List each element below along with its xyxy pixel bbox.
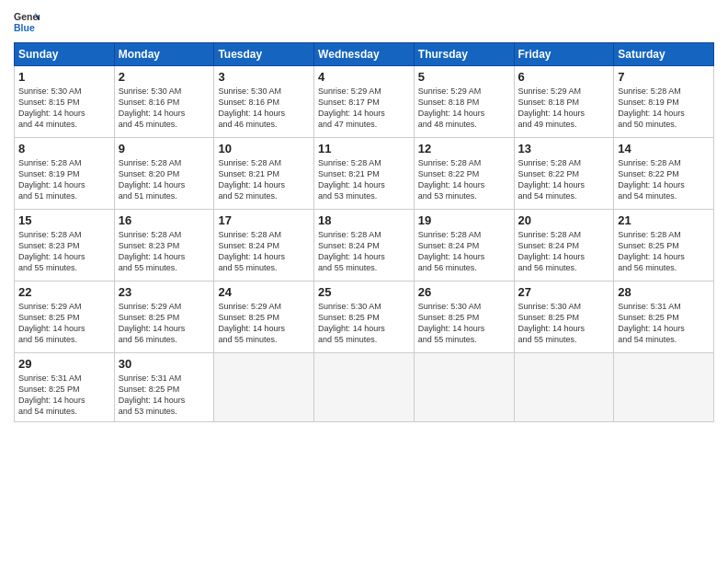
day-info: Sunrise: 5:28 AM Sunset: 8:22 PM Dayligh… bbox=[518, 157, 610, 202]
day-number: 6 bbox=[518, 70, 610, 84]
calendar-cell: 7Sunrise: 5:28 AM Sunset: 8:19 PM Daylig… bbox=[614, 66, 714, 138]
calendar-cell: 28Sunrise: 5:31 AM Sunset: 8:25 PM Dayli… bbox=[614, 282, 714, 353]
day-number: 26 bbox=[418, 285, 510, 299]
calendar-cell: 19Sunrise: 5:28 AM Sunset: 8:24 PM Dayli… bbox=[414, 210, 514, 282]
calendar-cell: 22Sunrise: 5:29 AM Sunset: 8:25 PM Dayli… bbox=[15, 282, 115, 353]
day-info: Sunrise: 5:28 AM Sunset: 8:25 PM Dayligh… bbox=[618, 229, 710, 274]
day-number: 5 bbox=[418, 70, 510, 84]
calendar-cell: 27Sunrise: 5:30 AM Sunset: 8:25 PM Dayli… bbox=[514, 282, 614, 353]
header-cell-wednesday: Wednesday bbox=[314, 43, 415, 66]
day-number: 8 bbox=[18, 142, 110, 155]
day-number: 13 bbox=[518, 142, 610, 155]
day-info: Sunrise: 5:31 AM Sunset: 8:25 PM Dayligh… bbox=[119, 373, 210, 418]
day-info: Sunrise: 5:28 AM Sunset: 8:24 PM Dayligh… bbox=[418, 229, 510, 274]
day-info: Sunrise: 5:31 AM Sunset: 8:25 PM Dayligh… bbox=[618, 301, 710, 346]
calendar-cell: 21Sunrise: 5:28 AM Sunset: 8:25 PM Dayli… bbox=[614, 210, 714, 282]
day-info: Sunrise: 5:28 AM Sunset: 8:21 PM Dayligh… bbox=[218, 157, 310, 202]
header-cell-tuesday: Tuesday bbox=[214, 43, 314, 66]
calendar-cell: 10Sunrise: 5:28 AM Sunset: 8:21 PM Dayli… bbox=[214, 138, 314, 210]
day-number: 20 bbox=[518, 213, 610, 227]
calendar-cell: 5Sunrise: 5:29 AM Sunset: 8:18 PM Daylig… bbox=[414, 66, 514, 138]
day-info: Sunrise: 5:28 AM Sunset: 8:19 PM Dayligh… bbox=[18, 157, 110, 202]
calendar-cell bbox=[214, 353, 314, 422]
header-row: SundayMondayTuesdayWednesdayThursdayFrid… bbox=[15, 43, 714, 66]
day-number: 12 bbox=[418, 142, 510, 155]
calendar-cell: 17Sunrise: 5:28 AM Sunset: 8:24 PM Dayli… bbox=[214, 210, 314, 282]
day-number: 18 bbox=[318, 213, 410, 227]
day-info: Sunrise: 5:28 AM Sunset: 8:24 PM Dayligh… bbox=[318, 229, 410, 274]
calendar-week-1: 1Sunrise: 5:30 AM Sunset: 8:15 PM Daylig… bbox=[15, 66, 714, 138]
day-number: 29 bbox=[18, 357, 110, 371]
svg-text:Blue: Blue bbox=[14, 22, 35, 33]
day-number: 3 bbox=[218, 70, 310, 84]
calendar-cell: 9Sunrise: 5:28 AM Sunset: 8:20 PM Daylig… bbox=[114, 138, 214, 210]
calendar-cell: 4Sunrise: 5:29 AM Sunset: 8:17 PM Daylig… bbox=[314, 66, 415, 138]
calendar-week-2: 8Sunrise: 5:28 AM Sunset: 8:19 PM Daylig… bbox=[15, 138, 714, 210]
day-number: 1 bbox=[18, 70, 110, 84]
calendar-cell bbox=[314, 353, 415, 422]
day-info: Sunrise: 5:29 AM Sunset: 8:25 PM Dayligh… bbox=[18, 301, 110, 346]
calendar-week-5: 29Sunrise: 5:31 AM Sunset: 8:25 PM Dayli… bbox=[15, 353, 714, 422]
day-number: 15 bbox=[18, 213, 110, 227]
day-info: Sunrise: 5:28 AM Sunset: 8:23 PM Dayligh… bbox=[119, 229, 210, 274]
calendar-cell: 2Sunrise: 5:30 AM Sunset: 8:16 PM Daylig… bbox=[114, 66, 214, 138]
day-number: 28 bbox=[618, 285, 710, 299]
calendar-cell: 1Sunrise: 5:30 AM Sunset: 8:15 PM Daylig… bbox=[15, 66, 115, 138]
header-cell-sunday: Sunday bbox=[15, 43, 115, 66]
day-info: Sunrise: 5:28 AM Sunset: 8:20 PM Dayligh… bbox=[119, 157, 210, 202]
calendar-cell: 3Sunrise: 5:30 AM Sunset: 8:16 PM Daylig… bbox=[214, 66, 314, 138]
day-number: 11 bbox=[318, 142, 410, 155]
day-number: 23 bbox=[119, 285, 210, 299]
day-info: Sunrise: 5:30 AM Sunset: 8:25 PM Dayligh… bbox=[418, 301, 510, 346]
calendar-cell: 11Sunrise: 5:28 AM Sunset: 8:21 PM Dayli… bbox=[314, 138, 415, 210]
day-info: Sunrise: 5:28 AM Sunset: 8:19 PM Dayligh… bbox=[618, 86, 710, 131]
calendar-cell bbox=[514, 353, 614, 422]
day-number: 2 bbox=[119, 70, 210, 84]
calendar-table: SundayMondayTuesdayWednesdayThursdayFrid… bbox=[14, 42, 714, 422]
logo: General Blue bbox=[14, 9, 40, 35]
calendar-cell: 8Sunrise: 5:28 AM Sunset: 8:19 PM Daylig… bbox=[15, 138, 115, 210]
page-container: General Blue SundayMondayTuesdayWednesda… bbox=[0, 0, 728, 431]
day-number: 19 bbox=[418, 213, 510, 227]
day-info: Sunrise: 5:28 AM Sunset: 8:22 PM Dayligh… bbox=[418, 157, 510, 202]
calendar-cell: 20Sunrise: 5:28 AM Sunset: 8:24 PM Dayli… bbox=[514, 210, 614, 282]
day-number: 24 bbox=[218, 285, 310, 299]
calendar-cell: 14Sunrise: 5:28 AM Sunset: 8:22 PM Dayli… bbox=[614, 138, 714, 210]
day-info: Sunrise: 5:28 AM Sunset: 8:24 PM Dayligh… bbox=[218, 229, 310, 274]
day-number: 21 bbox=[618, 213, 710, 227]
day-info: Sunrise: 5:28 AM Sunset: 8:22 PM Dayligh… bbox=[618, 157, 710, 202]
day-info: Sunrise: 5:29 AM Sunset: 8:25 PM Dayligh… bbox=[119, 301, 210, 346]
logo-icon: General Blue bbox=[14, 9, 40, 35]
day-number: 27 bbox=[518, 285, 610, 299]
day-info: Sunrise: 5:28 AM Sunset: 8:24 PM Dayligh… bbox=[518, 229, 610, 274]
calendar-cell bbox=[614, 353, 714, 422]
calendar-cell: 6Sunrise: 5:29 AM Sunset: 8:18 PM Daylig… bbox=[514, 66, 614, 138]
day-info: Sunrise: 5:28 AM Sunset: 8:21 PM Dayligh… bbox=[318, 157, 410, 202]
header-cell-friday: Friday bbox=[514, 43, 614, 66]
day-info: Sunrise: 5:30 AM Sunset: 8:25 PM Dayligh… bbox=[318, 301, 410, 346]
calendar-cell: 30Sunrise: 5:31 AM Sunset: 8:25 PM Dayli… bbox=[114, 353, 214, 422]
calendar-cell: 23Sunrise: 5:29 AM Sunset: 8:25 PM Dayli… bbox=[114, 282, 214, 353]
day-info: Sunrise: 5:29 AM Sunset: 8:18 PM Dayligh… bbox=[518, 86, 610, 131]
day-number: 30 bbox=[119, 357, 210, 371]
day-number: 10 bbox=[218, 142, 310, 155]
day-number: 25 bbox=[318, 285, 410, 299]
day-info: Sunrise: 5:31 AM Sunset: 8:25 PM Dayligh… bbox=[18, 373, 110, 418]
header-cell-saturday: Saturday bbox=[614, 43, 714, 66]
calendar-cell: 15Sunrise: 5:28 AM Sunset: 8:23 PM Dayli… bbox=[15, 210, 115, 282]
day-number: 4 bbox=[318, 70, 410, 84]
svg-text:General: General bbox=[14, 11, 40, 22]
day-number: 9 bbox=[119, 142, 210, 155]
calendar-cell bbox=[414, 353, 514, 422]
calendar-cell: 26Sunrise: 5:30 AM Sunset: 8:25 PM Dayli… bbox=[414, 282, 514, 353]
calendar-cell: 18Sunrise: 5:28 AM Sunset: 8:24 PM Dayli… bbox=[314, 210, 415, 282]
day-number: 16 bbox=[119, 213, 210, 227]
calendar-week-3: 15Sunrise: 5:28 AM Sunset: 8:23 PM Dayli… bbox=[15, 210, 714, 282]
day-info: Sunrise: 5:29 AM Sunset: 8:25 PM Dayligh… bbox=[218, 301, 310, 346]
calendar-cell: 24Sunrise: 5:29 AM Sunset: 8:25 PM Dayli… bbox=[214, 282, 314, 353]
calendar-cell: 12Sunrise: 5:28 AM Sunset: 8:22 PM Dayli… bbox=[414, 138, 514, 210]
day-number: 14 bbox=[618, 142, 710, 155]
day-info: Sunrise: 5:28 AM Sunset: 8:23 PM Dayligh… bbox=[18, 229, 110, 274]
day-number: 22 bbox=[18, 285, 110, 299]
day-info: Sunrise: 5:29 AM Sunset: 8:18 PM Dayligh… bbox=[418, 86, 510, 131]
